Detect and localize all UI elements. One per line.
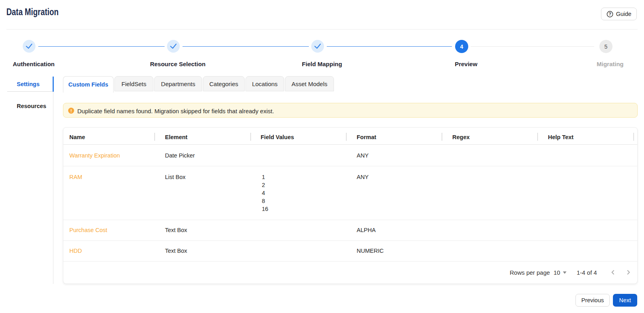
svg-text:?: ? (609, 12, 611, 16)
